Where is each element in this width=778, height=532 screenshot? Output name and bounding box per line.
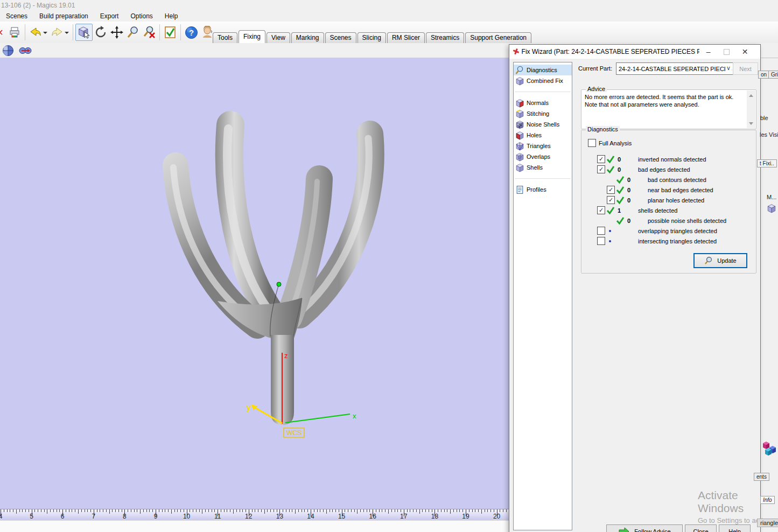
row-checkbox[interactable] xyxy=(597,237,605,245)
close-red-x-icon[interactable]: ✕ xyxy=(0,24,6,40)
scroll-up-icon[interactable] xyxy=(747,90,755,99)
minimize-button[interactable]: – xyxy=(699,46,718,58)
tab-scenes[interactable]: Scenes xyxy=(325,32,356,43)
svg-text:?: ? xyxy=(188,28,193,37)
tab-support-generation[interactable]: Support Generation xyxy=(465,32,531,43)
pan-view-button[interactable] xyxy=(109,24,125,40)
close-button[interactable]: ✕ xyxy=(736,46,754,58)
3d-viewport[interactable]: z x y WCS 4 5 6 7 8 9 10 11 12 13 14 15 … xyxy=(0,58,509,520)
ruler-number: 4 xyxy=(0,513,2,520)
green-arrow-icon xyxy=(618,527,630,532)
row-checkbox[interactable] xyxy=(597,227,605,235)
advice-legend: Advice xyxy=(586,86,607,92)
scroll-down-icon[interactable] xyxy=(747,120,755,128)
menu-export[interactable]: Export xyxy=(94,11,125,21)
globe-view-icon[interactable] xyxy=(2,45,14,57)
zoom-button[interactable] xyxy=(125,24,141,40)
ruler-number: 15 xyxy=(338,513,345,520)
clipped-tab-gri[interactable]: Gri xyxy=(768,71,778,79)
axis-y-label: y xyxy=(247,403,251,412)
diagnostic-row: ✓ 0 near bad edges detected xyxy=(581,185,756,195)
row-checkbox[interactable]: ✓ xyxy=(607,186,615,194)
cube-cursor-icon xyxy=(78,26,90,39)
close-dialog-button[interactable]: Close xyxy=(685,524,717,532)
green-check-icon xyxy=(616,216,625,225)
validate-button[interactable] xyxy=(162,24,178,40)
window-titlebar: 13-106 (2) - Magics 19.01 xyxy=(0,0,778,10)
sidebar-item-stitching[interactable]: Stitching xyxy=(514,108,572,119)
redo-button[interactable] xyxy=(49,24,71,40)
sidebar-item-noise-shells[interactable]: Noise Shells xyxy=(514,119,572,130)
undo-dropdown-caret[interactable] xyxy=(43,32,47,36)
follow-advice-button[interactable]: Follow Advice xyxy=(606,524,683,532)
clipboard-check-icon xyxy=(164,26,177,39)
undo-button[interactable] xyxy=(27,24,49,40)
tab-slicing[interactable]: Slicing xyxy=(358,32,386,43)
tab-rm-slicer[interactable]: RM Slicer xyxy=(387,32,425,43)
tab-marking[interactable]: Marking xyxy=(291,32,324,43)
ruler-number: 7 xyxy=(92,513,95,520)
redo-arrow-icon xyxy=(51,27,64,38)
menu-bar: Scenes Build preparation Export Options … xyxy=(0,10,778,22)
clipped-label-ble: ble xyxy=(760,115,768,121)
unzoom-button[interactable] xyxy=(141,24,157,40)
rotate-view-button[interactable] xyxy=(93,24,109,40)
next-button[interactable]: Next xyxy=(733,62,758,75)
menu-help[interactable]: Help xyxy=(159,11,184,21)
assistant-person-icon xyxy=(201,26,214,39)
row-checkbox[interactable]: ✓ xyxy=(607,196,615,204)
tab-view[interactable]: View xyxy=(267,32,290,43)
colored-cubes-icon[interactable] xyxy=(761,439,778,457)
fix-wizard-sidebar: Diagnostics Combined Fix Normals Stitchi… xyxy=(513,62,572,530)
ribbon-tab-bar: Tools Fixing View Marking Scenes Slicing… xyxy=(213,30,532,43)
sidebar-item-profiles[interactable]: Profiles xyxy=(514,184,572,195)
glasses-view-icon[interactable] xyxy=(18,46,32,55)
clipped-button-fixi[interactable]: t Fixi.. xyxy=(757,159,777,167)
advice-scrollbar[interactable] xyxy=(747,90,755,128)
diagnostics-groupbox: Diagnostics Full Analysis ✓ 0 inverted n… xyxy=(581,130,756,274)
sidebar-item-diagnostics[interactable]: Diagnostics xyxy=(514,65,572,75)
update-button[interactable]: Update xyxy=(693,253,747,268)
row-checkbox[interactable]: ✓ xyxy=(597,206,605,214)
cube-icon xyxy=(515,76,524,86)
sidebar-item-shells[interactable]: Shells xyxy=(514,162,572,173)
select-part-tool-button[interactable] xyxy=(75,24,93,41)
magnifier-icon xyxy=(704,256,713,265)
clipped-tab-info[interactable]: Info xyxy=(760,496,775,504)
help-dialog-button[interactable]: Help xyxy=(719,524,751,532)
sidebar-item-normals[interactable]: Normals xyxy=(514,97,572,108)
maximize-button[interactable] xyxy=(718,46,736,58)
tab-streamics[interactable]: Streamics xyxy=(426,32,464,43)
cube-yellow-edge-icon xyxy=(515,109,524,118)
row-checkbox[interactable]: ✓ xyxy=(597,165,605,173)
magnifier-icon xyxy=(515,66,524,75)
axis-x xyxy=(285,414,350,423)
current-part-dropdown[interactable]: 24-2-14-CASTABLE SEPERATED PIECES ∨ xyxy=(616,62,733,75)
clipped-tab-ents[interactable]: ents xyxy=(754,473,769,481)
sidebar-item-combined-fix[interactable]: Combined Fix xyxy=(514,75,572,86)
clipped-tab-on[interactable]: on xyxy=(758,71,769,79)
menu-build-preparation[interactable]: Build preparation xyxy=(33,11,94,21)
redo-dropdown-caret[interactable] xyxy=(65,32,69,36)
menu-scenes[interactable]: Scenes xyxy=(0,11,33,21)
dialog-titlebar[interactable]: ✚ Fix Wizard (Part: 24-2-14-CASTABLE SEP… xyxy=(509,45,760,59)
clipped-label-triangle: riangle xyxy=(757,519,778,527)
cube-overlap-icon xyxy=(515,152,524,162)
ruler-number: 17 xyxy=(400,513,407,520)
full-analysis-checkbox[interactable] xyxy=(588,139,596,147)
help-button[interactable]: ? xyxy=(183,24,199,40)
tab-tools[interactable]: Tools xyxy=(213,32,237,43)
printer-icon xyxy=(9,26,20,38)
cube-dotted-icon xyxy=(515,120,524,129)
print-button[interactable] xyxy=(6,24,23,40)
row-checkbox[interactable]: ✓ xyxy=(597,155,605,163)
selected-point-marker xyxy=(277,282,281,286)
ruler-number: 6 xyxy=(61,513,65,520)
sidebar-item-overlaps[interactable]: Overlaps xyxy=(514,151,572,162)
ruler-number: 13 xyxy=(276,513,283,520)
sidebar-item-holes[interactable]: Holes xyxy=(514,130,572,141)
3d-model-canvas: z x y WCS xyxy=(0,58,509,509)
menu-options[interactable]: Options xyxy=(124,11,158,21)
tab-fixing[interactable]: Fixing xyxy=(239,30,265,43)
sidebar-item-triangles[interactable]: Triangles xyxy=(514,141,572,151)
